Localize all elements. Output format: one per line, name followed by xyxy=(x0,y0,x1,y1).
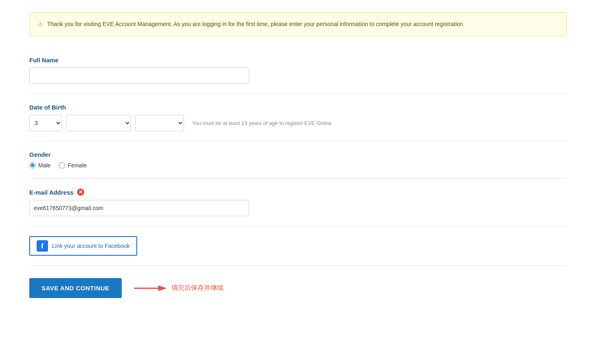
gender-male-radio[interactable] xyxy=(29,162,36,169)
facebook-section: f Link your account to Facebook xyxy=(29,228,567,266)
dob-label: Date of Birth xyxy=(29,104,567,111)
warning-icon: ⚠ xyxy=(38,21,43,27)
gender-female-radio[interactable] xyxy=(59,162,65,169)
gender-male-option[interactable]: Male xyxy=(29,162,50,169)
bottom-row: SAVE AND CONTINUE 填完后保存并继续 xyxy=(29,278,567,298)
dob-month-select[interactable]: JanuaryFebruary MarchApril MayJune JulyA… xyxy=(66,115,131,131)
svg-marker-1 xyxy=(158,285,167,291)
save-and-continue-button[interactable]: SAVE AND CONTINUE xyxy=(29,278,122,298)
gender-section: Gender Male Female xyxy=(29,143,567,179)
facebook-icon: f xyxy=(37,240,48,252)
email-error-icon[interactable]: ✕ xyxy=(77,189,84,196)
dob-row: 3 124 567 8910 111213 141516 171819 2021… xyxy=(29,115,567,131)
dob-day-select[interactable]: 3 124 567 8910 111213 141516 171819 2021… xyxy=(29,115,62,131)
facebook-link-button[interactable]: f Link your account to Facebook xyxy=(29,236,137,256)
dob-year-select[interactable]: 20102009 20082007 20062005 20001995 1990… xyxy=(135,115,184,131)
gender-female-option[interactable]: Female xyxy=(59,162,87,169)
annotation-text: 填完后保存并继续 xyxy=(171,284,224,292)
gender-female-label: Female xyxy=(68,162,87,169)
arrow-annotation: 填完后保存并继续 xyxy=(134,282,224,294)
gender-male-label: Male xyxy=(38,162,50,169)
email-label-row: E-mail Address ✕ xyxy=(29,189,567,196)
alert-text: Thank you for visiting EVE Account Manag… xyxy=(47,21,465,27)
gender-row: Male Female xyxy=(29,162,567,169)
alert-box: ⚠ Thank you for visiting EVE Account Man… xyxy=(29,12,567,36)
arrow-icon xyxy=(134,282,167,294)
gender-label: Gender xyxy=(29,151,567,158)
email-section: E-mail Address ✕ xyxy=(29,180,567,226)
email-input[interactable] xyxy=(29,200,249,216)
dob-section: Date of Birth 3 124 567 8910 111213 1415… xyxy=(29,96,567,141)
dob-age-note: You must be at least 13 years of age to … xyxy=(192,120,332,126)
facebook-link-text: Link your account to Facebook xyxy=(52,243,130,249)
full-name-input[interactable] xyxy=(29,68,249,84)
page-container: ⚠ Thank you for visiting EVE Account Man… xyxy=(13,0,583,310)
full-name-section: Full Name xyxy=(29,48,567,94)
full-name-label: Full Name xyxy=(29,57,567,64)
email-label: E-mail Address xyxy=(29,189,74,196)
